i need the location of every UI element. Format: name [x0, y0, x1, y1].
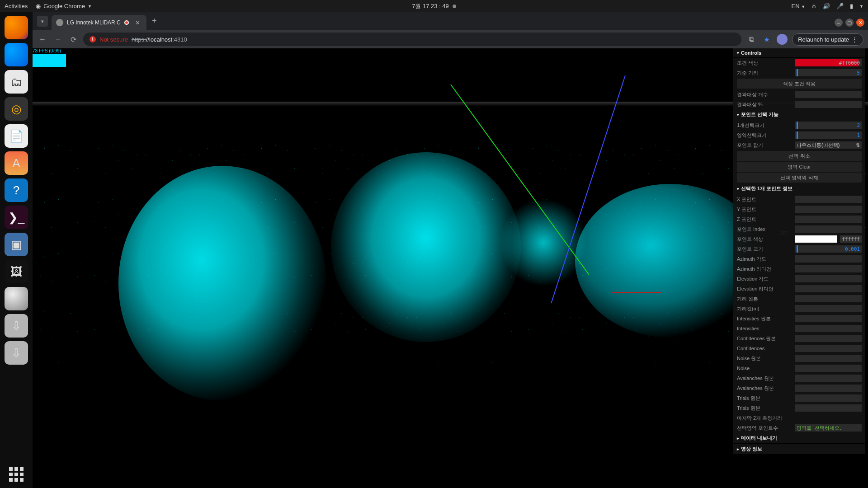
area-clear-button[interactable]: 영역 Clear	[737, 162, 862, 172]
profile-avatar[interactable]	[777, 34, 788, 45]
info-row: Noise 원본	[733, 353, 865, 363]
not-secure-icon: !	[90, 36, 96, 42]
chevron-down-icon[interactable]: ▼	[859, 4, 863, 9]
label: Avalanches 원본	[737, 385, 792, 392]
screenshot-icon[interactable]: ▣	[5, 233, 28, 256]
battery-icon[interactable]: ▮	[850, 3, 853, 9]
pointcloud-cluster	[331, 152, 521, 342]
label: Noise	[737, 366, 792, 371]
cancel-selection-button[interactable]: 선택 취소	[737, 151, 862, 161]
terminal-icon[interactable]: ❯_	[5, 206, 28, 229]
help-icon[interactable]: ?	[5, 178, 28, 202]
usb-drive-icon[interactable]: ⇩	[5, 341, 28, 365]
readonly-field	[795, 295, 862, 302]
readonly-field	[795, 315, 862, 322]
chevron-down-icon: ▼	[88, 4, 92, 9]
firefox-icon[interactable]	[5, 16, 28, 39]
info-row: Intensities 원본	[733, 314, 865, 324]
window-minimize-button[interactable]: –	[835, 19, 843, 27]
number-input[interactable]: 0.001	[795, 245, 862, 253]
fps-graph-icon	[33, 54, 66, 67]
info-row: Y 포인트	[733, 204, 865, 214]
sphere-app-icon[interactable]	[5, 287, 28, 310]
label: Avalanches 원본	[737, 375, 792, 382]
section-point-select[interactable]: 포인트 선택 기능	[733, 109, 865, 120]
clock[interactable]: 7월 17 23 : 49	[412, 2, 456, 10]
activities-button[interactable]: Activities	[5, 3, 28, 9]
lang-label: EN	[791, 3, 799, 9]
usb-drive-icon[interactable]: ⇩	[5, 314, 28, 338]
label: Noise 원본	[737, 355, 792, 362]
files-icon[interactable]: 🗂	[5, 70, 28, 94]
label: Confidences	[737, 346, 792, 351]
label: Trials 원본	[737, 395, 792, 402]
row-point-size: 포인트 크기0.001	[733, 244, 865, 254]
readonly-field	[795, 265, 862, 272]
readonly-field	[795, 305, 862, 312]
info-row: Z 포인트	[733, 214, 865, 224]
lidar-viewport[interactable]: 73 FPS (0-99) 1m Controls 조건 색상#ff0000 기…	[33, 48, 868, 488]
readonly-field	[795, 325, 862, 332]
reload-button[interactable]: ⟳	[68, 35, 79, 44]
app-menu[interactable]: ◉ Google Chrome ▼	[36, 3, 92, 9]
dropdown[interactable]: 마우스이동(미선택)⇅	[795, 141, 862, 149]
readonly-field	[795, 216, 862, 223]
info-row: 거리값(m)	[733, 304, 865, 314]
window-close-button[interactable]: ✕	[856, 19, 864, 27]
readonly-field	[795, 365, 862, 372]
row-reference-distance: 기준 거리5	[733, 68, 865, 78]
label: 마지막 2개 측정거리	[737, 415, 862, 422]
row-area-point-count: 선택영역 포인트수영역을 선택하세요.	[733, 423, 865, 433]
tab-search-button[interactable]: ▾	[37, 16, 48, 27]
ubuntu-software-icon[interactable]: A	[5, 151, 28, 175]
screencast-icon[interactable]: ⧉	[746, 35, 757, 43]
info-row: Noise	[733, 363, 865, 373]
row-result-percent: 결과대상 %	[733, 99, 865, 109]
chevron-down-icon: ▼	[801, 5, 805, 9]
section-controls[interactable]: Controls	[733, 48, 865, 58]
apply-color-button[interactable]: 색상 조건 적용	[737, 79, 862, 89]
volume-icon[interactable]: 🔊	[823, 3, 830, 9]
section-data-export[interactable]: 데이터 내보내기	[733, 433, 865, 444]
mic-icon[interactable]: 🎤	[836, 3, 844, 9]
info-row: Confidences 원본	[733, 333, 865, 343]
readonly-field	[795, 206, 862, 213]
chrome-icon: ◉	[36, 3, 41, 9]
readonly-field	[795, 345, 862, 352]
row-point-color: 포인트 색상ffffff	[733, 234, 865, 244]
address-bar[interactable]: ! Not secure https://localhost:4310	[83, 33, 741, 46]
label: 1개선택크기	[737, 122, 792, 129]
number-input[interactable]: 5	[795, 69, 862, 76]
tab-close-button[interactable]: ✕	[135, 19, 140, 26]
thunderbird-icon[interactable]	[5, 43, 28, 66]
color-input[interactable]: #ff0000	[795, 59, 862, 66]
color-swatch[interactable]	[795, 235, 837, 243]
label: 조건 색상	[737, 60, 792, 66]
delete-outside-button[interactable]: 선택 영역외 삭제	[737, 173, 862, 183]
number-input[interactable]: 2	[795, 122, 862, 129]
image-viewer-icon[interactable]: 🖼	[5, 260, 28, 283]
number-input[interactable]: 1	[795, 131, 862, 139]
recording-dot-icon	[453, 5, 456, 8]
tab-active[interactable]: LG Innotek MLiDAR C ✕	[52, 15, 146, 30]
new-tab-button[interactable]: +	[146, 16, 162, 30]
tab-title: LG Innotek MLiDAR C	[67, 19, 121, 26]
show-applications-icon[interactable]	[9, 467, 24, 482]
input-lang[interactable]: EN ▼	[791, 3, 805, 9]
rhythmbox-icon[interactable]: ◎	[5, 97, 28, 121]
readonly-field	[795, 285, 862, 292]
forward-button[interactable]: →	[52, 35, 63, 43]
section-video-info[interactable]: 영상 정보	[733, 444, 865, 455]
relaunch-button[interactable]: Relaunch to update ⋮	[792, 33, 863, 46]
section-selected-point-info[interactable]: 선택한 1개 포인트 정보	[733, 183, 865, 194]
hex-input[interactable]: ffffff	[840, 235, 862, 243]
back-button[interactable]: ←	[37, 35, 48, 43]
readonly-field	[795, 91, 862, 98]
libreoffice-writer-icon[interactable]: 📄	[5, 124, 28, 148]
info-row: Avalanches 원본	[733, 373, 865, 383]
bookmark-star-icon[interactable]: ★	[761, 35, 772, 44]
hint-text: 영역을 선택하세요.	[795, 424, 862, 432]
network-icon[interactable]: ⋔	[811, 3, 816, 9]
window-maximize-button[interactable]: ▢	[845, 19, 854, 27]
label: 거리값(m)	[737, 305, 792, 312]
